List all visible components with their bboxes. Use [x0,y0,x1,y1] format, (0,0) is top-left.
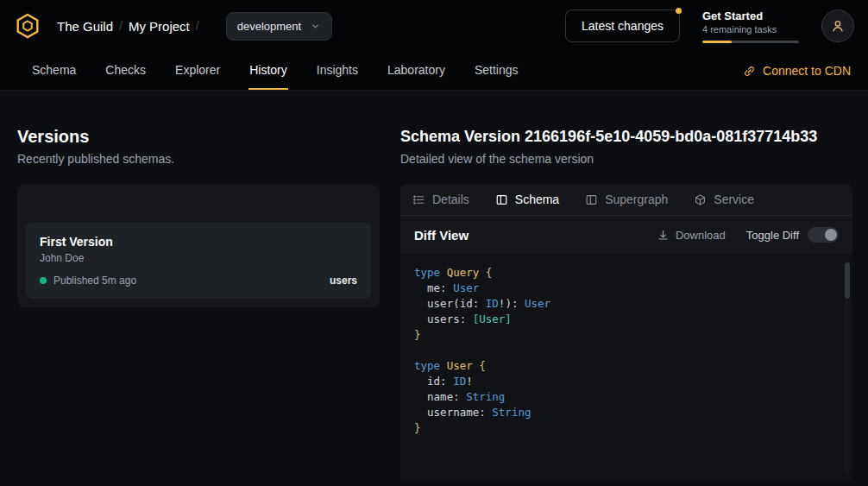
breadcrumb: The Guild / My Project / [57,19,205,34]
version-detail-section: Schema Version 2166196f-5e10-4059-bd0a-0… [400,115,852,482]
main-content: Versions Recently published schemas. Fir… [0,91,868,482]
detail-tab-supergraph[interactable]: Supergraph [585,193,668,206]
detail-tab-schema[interactable]: Schema [495,193,559,206]
diff-view-header: Diff View Download Toggle Diff [400,216,852,254]
tab-schema[interactable]: Schema [31,52,77,90]
tab-explorer[interactable]: Explorer [174,52,221,90]
hive-logo-icon[interactable] [14,12,41,40]
code-line: type Query { [414,265,839,281]
detail-tab-details[interactable]: Details [412,193,469,206]
code-block: type Query { me: User user(id: ID!): Use… [400,254,852,447]
get-started-widget[interactable]: Get Started 4 remaining tasks [702,9,799,43]
versions-list: First Version John Doe Published 5m ago … [17,185,380,307]
tab-checks[interactable]: Checks [104,52,147,90]
breadcrumb-project[interactable]: My Project [129,19,190,34]
person-icon [830,18,846,34]
scrollbar-thumb[interactable] [845,262,850,299]
cube-icon [694,193,707,206]
code-line: } [414,420,839,436]
detail-tab-label: Details [432,193,469,206]
detail-tab-label: Supergraph [605,193,668,206]
service-badge: users [330,275,357,287]
link-icon [743,65,756,78]
tab-settings[interactable]: Settings [474,52,519,90]
code-line: id: ID! [414,374,839,389]
project-nav: Schema Checks Explorer History Insights … [0,52,868,91]
toggle-diff-label: Toggle Diff [746,229,799,242]
breadcrumb-separator: / [119,19,123,33]
connect-to-cdn-label: Connect to CDN [763,64,851,78]
tab-history[interactable]: History [248,52,288,90]
breadcrumb-separator: / [196,19,199,33]
detail-tabbar: Details Schema Sup [400,184,852,216]
code-line: } [414,327,839,343]
schema-code-viewer: type Query { me: User user(id: ID!): Use… [400,254,852,482]
environment-select[interactable]: development [226,12,332,41]
version-status: Published 5m ago [53,275,136,287]
schema-version-subtitle: Detailed view of the schema version [400,152,852,166]
code-line: user(id: ID!): User [414,296,839,312]
code-line: users: [User] [414,312,839,327]
version-author: John Doe [40,252,357,264]
code-line [414,343,839,358]
get-started-progress-track [702,41,799,43]
latest-changes-button[interactable]: Latest changes [565,9,680,42]
columns-icon [585,193,598,206]
get-started-title: Get Started [702,9,799,22]
versions-subtitle: Recently published schemas. [17,152,380,166]
get-started-subtitle: 4 remaining tasks [702,24,799,35]
versions-section: Versions Recently published schemas. Fir… [17,115,380,482]
toggle-knob [825,229,837,241]
list-icon [412,193,425,206]
environment-select-value: development [237,20,301,33]
code-line: username: String [414,405,839,420]
connect-to-cdn-button[interactable]: Connect to CDN [743,52,851,90]
download-label: Download [676,229,726,242]
version-detail-panel: Details Schema Sup [400,184,852,482]
latest-changes-label: Latest changes [582,19,664,33]
download-icon [657,229,670,242]
get-started-progress-fill [702,41,732,43]
version-list-item[interactable]: First Version John Doe Published 5m ago … [26,223,371,299]
tab-laboratory[interactable]: Laboratory [387,52,446,90]
chevron-down-icon [310,21,321,32]
versions-title: Versions [17,127,380,146]
top-header: The Guild / My Project / development Lat… [0,0,868,52]
code-scrollbar[interactable] [845,262,850,473]
user-avatar[interactable] [821,9,854,42]
version-name: First Version [40,235,357,249]
download-button[interactable]: Download [657,229,726,242]
code-line: me: User [414,281,839,296]
toggle-diff-switch[interactable] [808,227,839,243]
detail-tab-label: Schema [515,193,559,206]
published-status-dot [40,277,47,284]
schema-version-title: Schema Version 2166196f-5e10-4059-bd0a-0… [400,127,852,146]
tab-insights[interactable]: Insights [316,52,359,90]
detail-tab-label: Service [714,193,754,206]
detail-tab-service[interactable]: Service [694,193,754,206]
diff-view-title: Diff View [414,228,469,243]
notification-dot [676,8,682,14]
code-line: type User { [414,358,839,374]
columns-icon [495,193,508,206]
code-line: name: String [414,389,839,405]
breadcrumb-org[interactable]: The Guild [57,19,113,34]
